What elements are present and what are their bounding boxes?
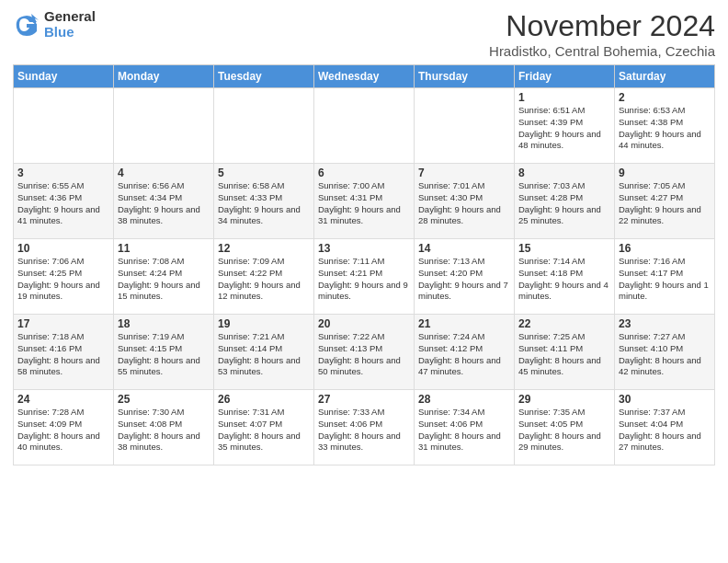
day-number: 13 [318, 242, 410, 255]
calendar-day-cell: 1Sunrise: 6:51 AM Sunset: 4:39 PM Daylig… [515, 88, 615, 164]
day-info: Sunrise: 7:31 AM Sunset: 4:07 PM Dayligh… [218, 407, 310, 454]
calendar-day-cell: 7Sunrise: 7:01 AM Sunset: 4:30 PM Daylig… [415, 164, 515, 239]
calendar-day-cell: 24Sunrise: 7:28 AM Sunset: 4:09 PM Dayli… [14, 390, 114, 465]
weekday-header: Friday [515, 65, 615, 88]
calendar-day-cell: 4Sunrise: 6:56 AM Sunset: 4:34 PM Daylig… [114, 164, 214, 239]
day-info: Sunrise: 7:37 AM Sunset: 4:04 PM Dayligh… [619, 407, 711, 454]
weekday-header: Monday [114, 65, 214, 88]
day-info: Sunrise: 7:35 AM Sunset: 4:05 PM Dayligh… [518, 407, 610, 454]
calendar-day-cell [14, 88, 114, 164]
weekday-header: Tuesday [214, 65, 314, 88]
day-info: Sunrise: 6:58 AM Sunset: 4:33 PM Dayligh… [218, 180, 310, 227]
day-number: 6 [318, 167, 410, 179]
calendar-day-cell: 9Sunrise: 7:05 AM Sunset: 4:27 PM Daylig… [615, 164, 715, 239]
calendar-day-cell [415, 88, 515, 164]
day-info: Sunrise: 7:13 AM Sunset: 4:20 PM Dayligh… [418, 256, 510, 303]
day-info: Sunrise: 7:09 AM Sunset: 4:22 PM Dayligh… [218, 256, 310, 303]
day-number: 16 [619, 242, 711, 255]
calendar-day-cell: 17Sunrise: 7:18 AM Sunset: 4:16 PM Dayli… [14, 315, 114, 390]
calendar-day-cell: 2Sunrise: 6:53 AM Sunset: 4:38 PM Daylig… [615, 88, 715, 164]
logo-general: General [44, 9, 96, 25]
calendar-day-cell: 23Sunrise: 7:27 AM Sunset: 4:10 PM Dayli… [615, 315, 715, 390]
day-number: 11 [118, 242, 210, 255]
calendar-day-cell: 10Sunrise: 7:06 AM Sunset: 4:25 PM Dayli… [14, 239, 114, 315]
calendar-day-cell [114, 88, 214, 164]
day-number: 4 [118, 167, 210, 179]
day-number: 3 [17, 167, 109, 179]
day-info: Sunrise: 7:16 AM Sunset: 4:17 PM Dayligh… [619, 256, 711, 303]
day-info: Sunrise: 7:33 AM Sunset: 4:06 PM Dayligh… [318, 407, 410, 454]
day-number: 20 [318, 317, 410, 330]
day-info: Sunrise: 7:34 AM Sunset: 4:06 PM Dayligh… [418, 407, 510, 454]
day-number: 1 [518, 91, 610, 104]
day-info: Sunrise: 7:11 AM Sunset: 4:21 PM Dayligh… [318, 256, 410, 303]
day-number: 9 [619, 167, 711, 179]
calendar-day-cell: 5Sunrise: 6:58 AM Sunset: 4:33 PM Daylig… [214, 164, 314, 239]
day-info: Sunrise: 6:53 AM Sunset: 4:38 PM Dayligh… [619, 105, 711, 152]
calendar-day-cell: 25Sunrise: 7:30 AM Sunset: 4:08 PM Dayli… [114, 390, 214, 465]
calendar-week-row: 3Sunrise: 6:55 AM Sunset: 4:36 PM Daylig… [14, 164, 715, 239]
day-info: Sunrise: 7:19 AM Sunset: 4:15 PM Dayligh… [118, 331, 210, 378]
calendar-day-cell: 3Sunrise: 6:55 AM Sunset: 4:36 PM Daylig… [14, 164, 114, 239]
calendar-day-cell: 21Sunrise: 7:24 AM Sunset: 4:12 PM Dayli… [415, 315, 515, 390]
day-number: 10 [17, 242, 109, 255]
calendar-day-cell: 8Sunrise: 7:03 AM Sunset: 4:28 PM Daylig… [515, 164, 615, 239]
day-info: Sunrise: 7:24 AM Sunset: 4:12 PM Dayligh… [418, 331, 510, 378]
calendar-day-cell: 15Sunrise: 7:14 AM Sunset: 4:18 PM Dayli… [515, 239, 615, 315]
day-info: Sunrise: 7:27 AM Sunset: 4:10 PM Dayligh… [619, 331, 711, 378]
day-info: Sunrise: 7:18 AM Sunset: 4:16 PM Dayligh… [17, 331, 109, 378]
day-number: 2 [619, 91, 711, 104]
calendar-week-row: 1Sunrise: 6:51 AM Sunset: 4:39 PM Daylig… [14, 88, 715, 164]
day-number: 18 [118, 317, 210, 330]
weekday-header: Wednesday [314, 65, 415, 88]
day-number: 5 [218, 167, 310, 179]
day-info: Sunrise: 7:01 AM Sunset: 4:30 PM Dayligh… [418, 180, 510, 227]
calendar-table: SundayMondayTuesdayWednesdayThursdayFrid… [13, 64, 715, 465]
day-info: Sunrise: 7:28 AM Sunset: 4:09 PM Dayligh… [17, 407, 109, 454]
day-number: 14 [418, 242, 510, 255]
day-info: Sunrise: 6:51 AM Sunset: 4:39 PM Dayligh… [518, 105, 610, 152]
day-info: Sunrise: 6:56 AM Sunset: 4:34 PM Dayligh… [118, 180, 210, 227]
day-number: 7 [418, 167, 510, 179]
day-number: 12 [218, 242, 310, 255]
calendar-day-cell: 27Sunrise: 7:33 AM Sunset: 4:06 PM Dayli… [314, 390, 415, 465]
weekday-header: Thursday [415, 65, 515, 88]
day-info: Sunrise: 7:14 AM Sunset: 4:18 PM Dayligh… [518, 256, 610, 303]
day-number: 22 [518, 317, 610, 330]
calendar-day-cell: 20Sunrise: 7:22 AM Sunset: 4:13 PM Dayli… [314, 315, 415, 390]
day-info: Sunrise: 7:21 AM Sunset: 4:14 PM Dayligh… [218, 331, 310, 378]
location-subtitle: Hradistko, Central Bohemia, Czechia [489, 43, 715, 59]
day-info: Sunrise: 6:55 AM Sunset: 4:36 PM Dayligh… [17, 180, 109, 227]
month-title: November 2024 [489, 9, 715, 43]
day-number: 28 [418, 393, 510, 406]
calendar-day-cell: 14Sunrise: 7:13 AM Sunset: 4:20 PM Dayli… [415, 239, 515, 315]
day-info: Sunrise: 7:03 AM Sunset: 4:28 PM Dayligh… [518, 180, 610, 227]
day-number: 8 [518, 167, 610, 179]
calendar-day-cell: 26Sunrise: 7:31 AM Sunset: 4:07 PM Dayli… [214, 390, 314, 465]
calendar-day-cell: 22Sunrise: 7:25 AM Sunset: 4:11 PM Dayli… [515, 315, 615, 390]
day-number: 26 [218, 393, 310, 406]
calendar-day-cell [214, 88, 314, 164]
day-number: 23 [619, 317, 711, 330]
calendar-day-cell: 16Sunrise: 7:16 AM Sunset: 4:17 PM Dayli… [615, 239, 715, 315]
calendar-header-row: SundayMondayTuesdayWednesdayThursdayFrid… [14, 65, 715, 88]
weekday-header: Sunday [14, 65, 114, 88]
logo: General Blue [13, 9, 96, 40]
calendar-day-cell: 29Sunrise: 7:35 AM Sunset: 4:05 PM Dayli… [515, 390, 615, 465]
logo-blue: Blue [44, 25, 96, 40]
calendar-day-cell: 11Sunrise: 7:08 AM Sunset: 4:24 PM Dayli… [114, 239, 214, 315]
calendar-day-cell: 6Sunrise: 7:00 AM Sunset: 4:31 PM Daylig… [314, 164, 415, 239]
calendar-day-cell: 19Sunrise: 7:21 AM Sunset: 4:14 PM Dayli… [214, 315, 314, 390]
page-container: General Blue November 2024 Hradistko, Ce… [0, 0, 728, 563]
title-block: November 2024 Hradistko, Central Bohemia… [489, 9, 715, 59]
day-info: Sunrise: 7:05 AM Sunset: 4:27 PM Dayligh… [619, 180, 711, 227]
logo-icon [13, 11, 40, 39]
day-info: Sunrise: 7:08 AM Sunset: 4:24 PM Dayligh… [118, 256, 210, 303]
calendar-week-row: 10Sunrise: 7:06 AM Sunset: 4:25 PM Dayli… [14, 239, 715, 315]
calendar-day-cell: 18Sunrise: 7:19 AM Sunset: 4:15 PM Dayli… [114, 315, 214, 390]
calendar-week-row: 24Sunrise: 7:28 AM Sunset: 4:09 PM Dayli… [14, 390, 715, 465]
day-number: 21 [418, 317, 510, 330]
day-number: 29 [518, 393, 610, 406]
day-number: 17 [17, 317, 109, 330]
calendar-week-row: 17Sunrise: 7:18 AM Sunset: 4:16 PM Dayli… [14, 315, 715, 390]
